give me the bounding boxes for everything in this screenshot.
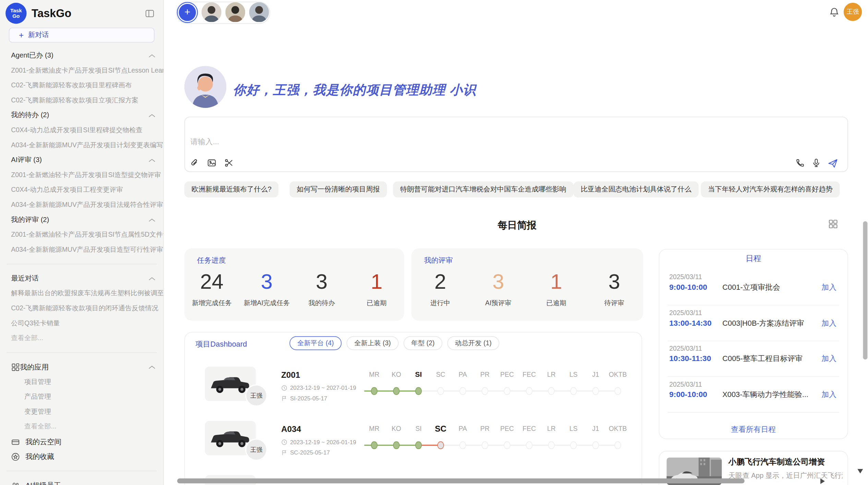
join-meeting-link[interactable]: 加入: [821, 354, 836, 364]
milestone-dot[interactable]: [459, 387, 466, 395]
milestone-dot[interactable]: [393, 387, 400, 395]
suggestion-chip[interactable]: 特朗普可能对进口汽车增税会对中国车企造成哪些影响: [393, 182, 574, 198]
milestone-dot[interactable]: [437, 442, 444, 449]
milestone-dot[interactable]: [526, 387, 532, 395]
milestone-dot[interactable]: [415, 387, 422, 395]
microphone-icon[interactable]: [811, 158, 821, 167]
suggestion-chip[interactable]: 当下年轻人对汽车外观有怎样的喜好趋势: [701, 182, 840, 198]
milestone-dot[interactable]: [504, 442, 510, 449]
milestone-dot[interactable]: [614, 442, 621, 449]
milestone-dot[interactable]: [548, 387, 555, 395]
sidebar-nav-我的收藏[interactable]: 我的收藏: [0, 449, 163, 464]
milestone-dot[interactable]: [371, 442, 377, 449]
join-meeting-link[interactable]: 加入: [821, 390, 836, 400]
attach-file-icon[interactable]: [190, 158, 199, 167]
notification-bell-icon[interactable]: [829, 7, 839, 17]
view-all-schedule-link[interactable]: 查看所有日程: [659, 425, 848, 435]
recent-conversation-item[interactable]: 公司Q3轻卡销量: [0, 316, 163, 331]
schedule-event-name: C001-立项审批会: [722, 283, 780, 293]
milestone-dot[interactable]: [437, 387, 444, 395]
milestone-label: KO: [385, 424, 408, 433]
milestone-dot[interactable]: [614, 387, 621, 395]
user-avatar[interactable]: 王强: [844, 3, 862, 21]
milestone-label: PA: [452, 424, 474, 433]
sidebar-collapse-icon[interactable]: [145, 9, 154, 18]
milestone-dot[interactable]: [570, 442, 577, 449]
new-chat-button[interactable]: + 新对话: [9, 28, 155, 43]
sidebar-item[interactable]: A034-全新新能源MUV产品开发项目法规符合性评审: [0, 197, 163, 212]
join-meeting-link[interactable]: 加入: [821, 283, 836, 293]
scissors-icon[interactable]: [224, 158, 233, 167]
conversation-avatar-3[interactable]: [249, 2, 269, 22]
milestone: PA: [452, 370, 474, 399]
suggestion-chip[interactable]: 比亚迪全固态电池计划具体说了什么: [574, 182, 699, 198]
milestone: SC: [430, 370, 452, 399]
app-item[interactable]: 查看全部...: [0, 419, 163, 434]
sidebar-item[interactable]: C0X4-动力总成开发项目SI里程碑提交物检查: [0, 123, 163, 138]
scroll-right-arrow-icon[interactable]: [820, 478, 825, 484]
briefing-layout-icon[interactable]: [828, 219, 838, 229]
suggestion-chip[interactable]: 欧洲新规最近颁布了什么?: [184, 182, 279, 198]
sidebar-item[interactable]: Z001-全新燃油轻卡产品开发项目SI造型提交物评审: [0, 167, 163, 183]
milestone-dot[interactable]: [415, 442, 422, 449]
dashboard-tab[interactable]: 年型 (2): [403, 336, 442, 350]
suggestion-chip[interactable]: 如何写一份清晰的项目周报: [290, 182, 387, 198]
milestone-dot[interactable]: [482, 442, 488, 449]
sidebar-item[interactable]: A034-全新新能源MUV产品开发项目计划变更表编写: [0, 138, 163, 153]
vertical-scrollbar[interactable]: [863, 221, 867, 360]
milestone-label: LR: [540, 424, 563, 433]
milestone-label: SI: [407, 424, 430, 433]
recent-conversations-header[interactable]: 最近对话: [0, 271, 163, 286]
horizontal-scrollbar[interactable]: [177, 478, 745, 484]
milestone-dot[interactable]: [548, 442, 555, 449]
attach-image-icon[interactable]: [207, 158, 216, 167]
my-apps-header[interactable]: 我的应用: [0, 360, 163, 375]
phone-call-icon[interactable]: [795, 158, 805, 167]
recent-conversation-item[interactable]: 查看全部...: [0, 331, 163, 346]
dashboard-tab[interactable]: 动总开发 (1): [447, 336, 499, 350]
project-dates: 2023-12-19 ~ 2027-01-19: [281, 384, 356, 391]
milestone-dot[interactable]: [592, 442, 599, 449]
app-item[interactable]: 产品管理: [0, 389, 163, 405]
milestone-dot[interactable]: [504, 387, 510, 395]
section-title: 我的待办 (2): [11, 111, 148, 120]
sidebar-section-header[interactable]: 我的待办 (2): [0, 108, 163, 123]
milestone-dot[interactable]: [371, 387, 377, 395]
sidebar-section-header[interactable]: Agent已办 (3): [0, 48, 163, 63]
milestone-row: MRKOSISCPAPRPECFECLRLSJ1OKTB: [363, 370, 629, 399]
schedule-date: 2025/03/11: [669, 381, 702, 388]
join-meeting-link[interactable]: 加入: [821, 319, 836, 328]
app-item[interactable]: 项目管理: [0, 374, 163, 389]
milestone-dot[interactable]: [393, 442, 400, 449]
milestone-dot[interactable]: [592, 387, 599, 395]
scroll-down-arrow-icon[interactable]: [857, 469, 863, 473]
conversation-avatar-2[interactable]: [225, 2, 245, 22]
app-item[interactable]: 变更管理: [0, 404, 163, 419]
sidebar-item[interactable]: Z001-全新燃油皮卡产品开发项目SI节点Lesson Learn报告: [0, 63, 163, 78]
milestone-dot[interactable]: [526, 442, 532, 449]
new-conversation-button[interactable]: +: [179, 4, 196, 21]
conversation-avatar-1[interactable]: [202, 2, 221, 22]
sidebar-section-header[interactable]: AI评审 (3): [0, 153, 163, 168]
sidebar-item[interactable]: A034-全新新能源MUV产品开发项目造型可行性评审: [0, 242, 163, 257]
milestone-dot[interactable]: [570, 387, 577, 395]
dashboard-tab[interactable]: 全新上装 (3): [347, 336, 399, 350]
recent-conversation-item[interactable]: C02-飞腾新能源轻客改款项目的闭环通告反馈情况: [0, 301, 163, 316]
sidebar-item[interactable]: C0X4-动力总成开发项目工程变更评审: [0, 183, 163, 198]
dashboard-tab[interactable]: 全新平台 (4): [290, 336, 342, 350]
send-icon[interactable]: [828, 158, 838, 169]
milestone-label: MR: [363, 424, 385, 433]
recent-conversation-item[interactable]: 解释最新出台的欧盟报废车法规再生塑料比例被调至15%...: [0, 286, 163, 301]
sidebar-item[interactable]: C02-飞腾新能源轻客改款项目立项汇报方案: [0, 93, 163, 108]
flag-icon: [281, 395, 287, 401]
dashboard-tabs: 全新平台 (4)全新上装 (3)年型 (2)动总开发 (1): [290, 336, 499, 350]
milestone-dot[interactable]: [459, 442, 466, 449]
stat-column: 3AI预评审: [469, 269, 527, 308]
sidebar-section-header[interactable]: 我的评审 (2): [0, 212, 163, 227]
sidebar-item[interactable]: Z001-全新燃油轻卡产品开发项目SI节点属性5D文件评审: [0, 227, 163, 242]
chat-input[interactable]: [189, 137, 690, 146]
sidebar-nav-我的云空间[interactable]: 我的云空间: [0, 434, 163, 449]
sidebar-item[interactable]: C02-飞腾新能源轻客改款项目里程碑画布: [0, 78, 163, 93]
milestone-dot[interactable]: [482, 387, 488, 395]
sidebar-tool-AI超级员工[interactable]: AI超级员工: [0, 478, 163, 485]
